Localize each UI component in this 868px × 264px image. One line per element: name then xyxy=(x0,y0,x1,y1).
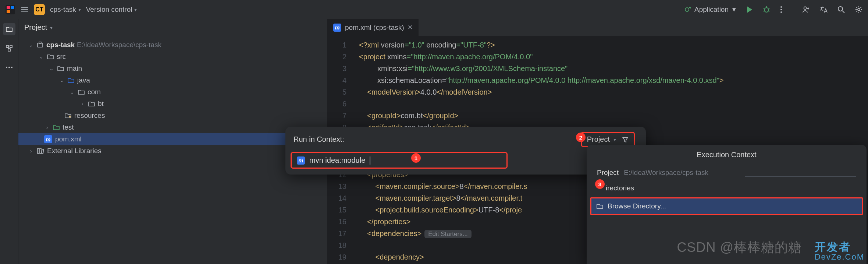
run-config-selector[interactable]: Application ▾ xyxy=(683,5,736,14)
tree-row-resources[interactable]: resources xyxy=(18,110,327,122)
run-input-value: mvn idea:module xyxy=(309,156,365,165)
exec-input-field[interactable] xyxy=(745,169,856,177)
tree-row-main[interactable]: ⌄main xyxy=(18,63,327,74)
vcs-selector[interactable]: Version control ▾ xyxy=(86,6,137,14)
svg-point-22 xyxy=(858,8,860,11)
run-config-label: Application xyxy=(694,6,729,14)
expand-arrow-icon[interactable]: ⌄ xyxy=(38,54,44,60)
text-caret xyxy=(370,156,370,165)
project-panel-header[interactable]: Project ▾ xyxy=(18,19,327,36)
maven-file-icon: m xyxy=(333,24,341,32)
svg-rect-23 xyxy=(6,45,8,47)
ide-logo-icon xyxy=(5,4,15,15)
tree-row-test[interactable]: ›test xyxy=(18,122,327,133)
tree-row-java[interactable]: ⌄java xyxy=(18,74,327,86)
exec-project-label: Project xyxy=(597,169,619,177)
annotation-2: 2 xyxy=(576,133,586,142)
code-with-me-icon[interactable] xyxy=(802,6,810,14)
project-tool-window: Project ▾ ⌄cps-taskE:\ideaWorkspace\cps-… xyxy=(18,19,327,264)
project-panel-title: Project xyxy=(24,23,47,32)
expand-arrow-icon[interactable]: › xyxy=(79,101,85,107)
tree-label: com xyxy=(88,88,101,96)
tree-label: bt xyxy=(98,100,104,108)
expand-arrow-icon[interactable]: › xyxy=(44,124,50,130)
svg-point-15 xyxy=(780,9,782,10)
debug-button[interactable] xyxy=(762,6,771,14)
svg-point-20 xyxy=(838,7,843,11)
svg-rect-2 xyxy=(11,6,14,9)
tree-row-com[interactable]: ⌄com xyxy=(18,86,327,98)
project-name-label: cps-task xyxy=(50,6,76,14)
svg-point-30 xyxy=(11,67,13,68)
folder-icon xyxy=(57,66,64,71)
more-tool-button[interactable] xyxy=(3,61,15,74)
tree-row-external-libs[interactable]: ›External Libraries xyxy=(18,145,327,157)
run-input-container[interactable]: m mvn idea:module xyxy=(291,152,508,169)
more-actions-button[interactable] xyxy=(780,6,782,14)
tree-row-src[interactable]: ⌄src xyxy=(18,51,327,63)
module-icon xyxy=(37,42,43,48)
svg-rect-32 xyxy=(39,42,41,43)
svg-rect-33 xyxy=(69,116,71,117)
tree-path: E:\ideaWorkspace\cps-task xyxy=(77,41,161,49)
project-selector[interactable]: cps-task ▾ xyxy=(50,6,81,14)
svg-point-17 xyxy=(804,7,807,9)
exec-panel-title: Execution Context xyxy=(587,145,867,165)
package-icon xyxy=(78,89,85,95)
project-badge: CT xyxy=(34,4,45,15)
tree-row-bt[interactable]: ›bt xyxy=(18,98,327,110)
filter-icon[interactable] xyxy=(622,136,629,143)
run-popup-title: Run in Context: xyxy=(294,135,344,144)
tree-row-pom[interactable]: mpom.xml xyxy=(18,133,327,145)
translate-icon[interactable] xyxy=(819,6,828,14)
svg-rect-24 xyxy=(10,45,12,47)
folder-icon xyxy=(597,203,603,209)
left-tool-rail xyxy=(0,19,18,264)
tree-label: main xyxy=(67,64,82,73)
svg-rect-35 xyxy=(40,148,41,154)
tree-label: src xyxy=(57,53,66,61)
svg-rect-3 xyxy=(7,10,10,13)
folder-icon xyxy=(47,54,54,60)
top-toolbar: CT cps-task ▾ Version control ▾ Applicat… xyxy=(0,0,868,19)
svg-point-28 xyxy=(6,67,7,68)
editor-tab-strip: m pom.xml (cps-task) ✕ xyxy=(327,19,868,36)
structure-tool-button[interactable] xyxy=(3,42,15,54)
annotation-3: 3 xyxy=(595,179,605,189)
chevron-down-icon: ▾ xyxy=(78,7,81,13)
tree-label: External Libraries xyxy=(47,147,102,155)
expand-arrow-icon[interactable]: ⌄ xyxy=(28,42,34,48)
tree-row-root[interactable]: ⌄cps-taskE:\ideaWorkspace\cps-task xyxy=(18,39,327,51)
library-icon xyxy=(37,148,44,154)
tree-label: cps-task xyxy=(46,41,75,49)
settings-icon[interactable] xyxy=(855,6,863,14)
expand-arrow-icon[interactable]: ⌄ xyxy=(59,77,65,83)
inlay-hint[interactable]: Edit Starters... xyxy=(424,230,472,238)
tree-label: pom.xml xyxy=(55,135,82,143)
run-button[interactable] xyxy=(746,6,753,14)
expand-arrow-icon[interactable]: › xyxy=(28,148,34,154)
expand-arrow-icon[interactable]: ⌄ xyxy=(69,89,75,95)
search-icon[interactable] xyxy=(837,6,845,14)
project-tool-button[interactable] xyxy=(3,23,15,35)
exec-project-path: E:/ideaWorkspace/cps-task xyxy=(624,169,735,177)
editor-tab[interactable]: m pom.xml (cps-task) ✕ xyxy=(327,19,419,36)
svg-rect-36 xyxy=(42,149,44,154)
exec-project-row: Project E:/ideaWorkspace/cps-task xyxy=(587,165,867,180)
svg-rect-1 xyxy=(7,6,10,9)
svg-rect-34 xyxy=(38,148,39,154)
chevron-down-icon: ▾ xyxy=(613,137,616,142)
close-tab-icon[interactable]: ✕ xyxy=(408,24,413,31)
source-folder-icon xyxy=(68,77,74,83)
browse-directory-item[interactable]: Browse Directory... xyxy=(590,197,863,215)
svg-rect-25 xyxy=(8,49,10,51)
tree-label: java xyxy=(77,76,90,84)
annotation-1: 1 xyxy=(411,153,421,163)
resources-folder-icon xyxy=(65,113,71,119)
maven-file-icon: m xyxy=(44,135,52,143)
expand-arrow-icon[interactable]: ⌄ xyxy=(49,66,54,71)
main-menu-button[interactable] xyxy=(21,6,29,14)
maven-file-icon: m xyxy=(297,156,305,165)
svg-point-14 xyxy=(780,6,782,8)
package-icon xyxy=(88,101,95,107)
